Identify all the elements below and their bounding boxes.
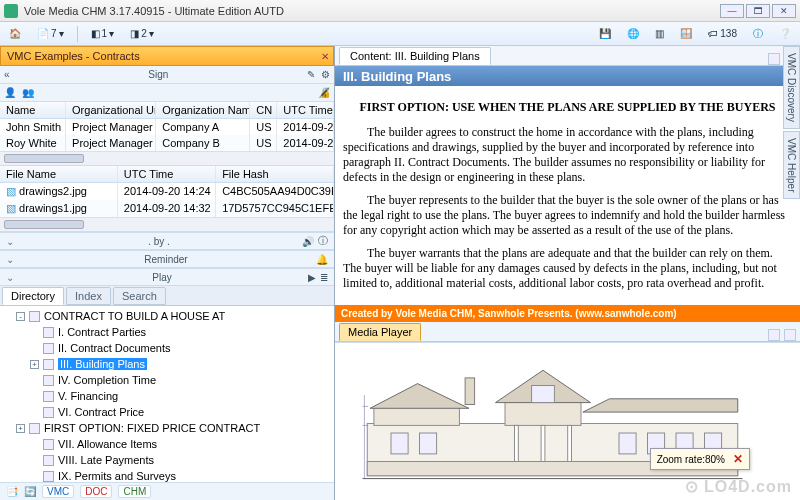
add-user2-icon[interactable]: 👥 xyxy=(22,87,34,98)
table-row[interactable]: ▧ drawings1.jpg2014-09-20 14:3217D5757CC… xyxy=(0,200,334,217)
maximize-button[interactable]: 🗖 xyxy=(746,4,770,18)
watermark: ⊙ LO4D.com xyxy=(685,477,792,496)
table-cell: 2014-09-20 1 xyxy=(277,119,334,135)
close-button[interactable]: ✕ xyxy=(772,4,796,18)
table-row[interactable]: Roy WhiteProject ManagerCompany BUS2014-… xyxy=(0,135,334,151)
zoom-overlay: Zoom rate:80% ✕ xyxy=(650,448,750,470)
tree-node[interactable]: +III. Building Plans xyxy=(4,356,330,372)
column-header[interactable]: File Hash xyxy=(216,166,334,182)
sign-bar-label: Sign xyxy=(16,69,301,80)
svg-marker-3 xyxy=(370,384,469,409)
dock-tab-discovery[interactable]: VMC Discovery xyxy=(783,46,800,129)
app-icon xyxy=(4,4,18,18)
minimize-button[interactable]: — xyxy=(720,4,744,18)
table-cell: US xyxy=(250,135,277,151)
tree-node[interactable]: VII. Allowance Items xyxy=(4,436,330,452)
svg-rect-8 xyxy=(515,425,519,461)
column-header[interactable]: CN xyxy=(250,102,277,118)
bell-icon[interactable]: 🔔 xyxy=(316,254,328,265)
play-icon[interactable]: ▶ xyxy=(308,272,316,283)
table-cell: Project Manager xyxy=(66,135,156,151)
gear-icon[interactable]: ⚙ xyxy=(321,69,330,80)
collapse-icon[interactable]: - xyxy=(16,312,25,321)
content-tab[interactable]: Content: III. Building Plans xyxy=(339,47,491,65)
tree-node[interactable]: II. Contract Documents xyxy=(4,340,330,356)
collapse-icon[interactable]: « xyxy=(4,69,10,80)
tree-node[interactable]: I. Contract Parties xyxy=(4,324,330,340)
files-hscroll[interactable] xyxy=(0,217,334,231)
tree-node[interactable]: VIII. Late Payments xyxy=(4,452,330,468)
media-close-icon[interactable] xyxy=(784,329,796,341)
layout-button[interactable]: ▥ xyxy=(650,25,669,43)
tree-node[interactable]: IV. Completion Time xyxy=(4,372,330,388)
svg-rect-2 xyxy=(374,406,460,425)
title-bar: Vole Media CHM 3.17.40915 - Ultimate Edi… xyxy=(0,0,800,22)
zoom-close-icon[interactable]: ✕ xyxy=(733,452,743,466)
tree-node[interactable]: V. Financing xyxy=(4,388,330,404)
column-header[interactable]: UTC Time xyxy=(277,102,334,118)
new-split-button[interactable]: 📄 7 ▾ xyxy=(32,25,69,43)
tree-node[interactable]: +FIRST OPTION: FIXED PRICE CONTRACT xyxy=(4,420,330,436)
expand-icon[interactable]: + xyxy=(30,360,39,369)
tab-directory[interactable]: Directory xyxy=(2,287,64,305)
document-icon xyxy=(43,439,54,450)
sound-icon[interactable]: 🔊 xyxy=(302,236,314,247)
tab-search[interactable]: Search xyxy=(113,287,166,305)
directory-tree[interactable]: -CONTRACT TO BUILD A HOUSE ATI. Contract… xyxy=(0,306,334,482)
left-panel-close-icon[interactable]: ✕ xyxy=(321,51,329,62)
svg-rect-13 xyxy=(619,433,636,454)
table-cell: John Smith xyxy=(0,119,66,135)
content-paragraph: The builder agrees to construct the home… xyxy=(343,125,792,185)
table-cell: 2014-09-20 14:24 xyxy=(118,183,216,200)
tree-node-label: CONTRACT TO BUILD A HOUSE AT xyxy=(44,310,225,322)
column-header[interactable]: Organization Name xyxy=(156,102,250,118)
dock-tab-helper[interactable]: VMC Helper xyxy=(783,131,800,199)
tree-node-label: VIII. Late Payments xyxy=(58,454,154,466)
add-user-icon[interactable]: 👤 xyxy=(4,87,16,98)
status-pill-chm[interactable]: CHM xyxy=(118,485,151,498)
expand-icon[interactable]: + xyxy=(16,424,25,433)
house-drawing xyxy=(345,357,760,490)
content-tab-header: Content: III. Building Plans xyxy=(335,46,800,66)
tree-node-label: IV. Completion Time xyxy=(58,374,156,386)
media-tab[interactable]: Media Player xyxy=(339,323,421,341)
status-pill-doc[interactable]: DOC xyxy=(80,485,112,498)
column-header[interactable]: UTC Time xyxy=(118,166,216,182)
column-header[interactable]: Organizational Unit xyxy=(66,102,156,118)
spin-2[interactable]: ◨ 2 ▾ xyxy=(125,25,159,43)
layout-toggle-icon[interactable] xyxy=(768,53,780,65)
tree-node[interactable]: IX. Permits and Surveys xyxy=(4,468,330,482)
by-bar[interactable]: ⌄ . by . 🔊 ⓘ xyxy=(0,232,334,250)
badge-button[interactable]: 🏷 138 xyxy=(703,25,742,43)
window-button[interactable]: 🪟 xyxy=(675,25,697,43)
help-button[interactable]: ❔ xyxy=(774,25,796,43)
stamp-icon[interactable]: 🔏 xyxy=(318,87,330,98)
contacts-hscroll[interactable] xyxy=(0,151,334,165)
refresh-icon[interactable]: 🔄 xyxy=(24,486,36,497)
table-row[interactable]: John SmithProject ManagerCompany AUS2014… xyxy=(0,119,334,135)
document-icon xyxy=(29,423,40,434)
play-bar[interactable]: ⌄ Play ▶ ≣ xyxy=(0,268,334,286)
tree-node[interactable]: -CONTRACT TO BUILD A HOUSE AT xyxy=(4,308,330,324)
table-row[interactable]: ▧ drawings2.jpg2014-09-20 14:24C4BC505AA… xyxy=(0,183,334,200)
save-button[interactable]: 💾 xyxy=(594,25,616,43)
info-small-icon[interactable]: ⓘ xyxy=(318,234,328,248)
media-layout-icon[interactable] xyxy=(768,329,780,341)
home-button[interactable]: 🏠 xyxy=(4,25,26,43)
tree-node[interactable]: VI. Contract Price xyxy=(4,404,330,420)
column-header[interactable]: Name xyxy=(0,102,66,118)
info-button[interactable]: ⓘ xyxy=(748,25,768,43)
table-cell: Project Manager xyxy=(66,119,156,135)
status-icon[interactable]: 📑 xyxy=(6,486,18,497)
content-blue-header: III. Building Plans xyxy=(335,66,800,88)
browser-button[interactable]: 🌐 xyxy=(622,25,644,43)
sign-toolbar: 👤 👥 🔏 xyxy=(0,84,334,102)
tab-index[interactable]: Index xyxy=(66,287,111,305)
svg-rect-17 xyxy=(465,378,475,405)
spin-1[interactable]: ◧ 1 ▾ xyxy=(86,25,120,43)
column-header[interactable]: File Name xyxy=(0,166,118,182)
pen-icon[interactable]: ✎ xyxy=(307,69,315,80)
status-pill-vmc[interactable]: VMC xyxy=(42,485,74,498)
list-icon[interactable]: ≣ xyxy=(320,272,328,283)
reminder-bar[interactable]: ⌄ Reminder 🔔 xyxy=(0,250,334,268)
